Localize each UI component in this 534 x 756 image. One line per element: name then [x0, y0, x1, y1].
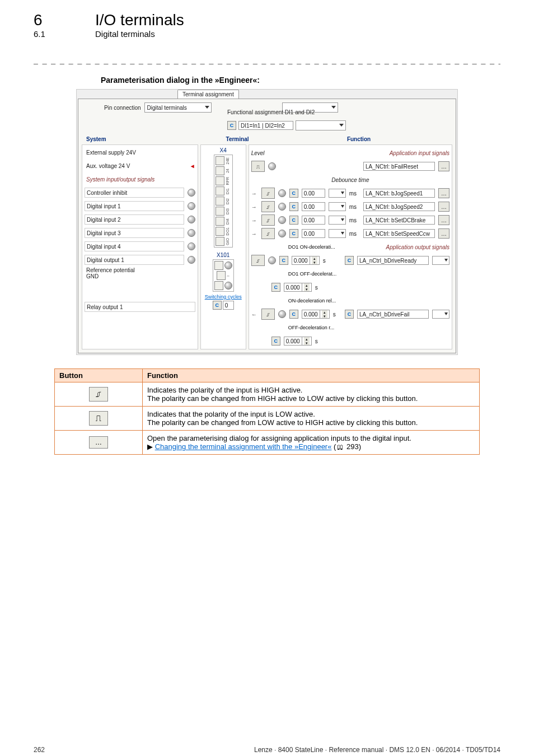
pin-label: 24E — [226, 157, 231, 164]
divider-dashes: _ _ _ _ _ _ _ _ _ _ _ _ _ _ _ _ _ _ _ _ … — [34, 55, 500, 64]
c-button[interactable]: C — [289, 189, 298, 198]
app-output-signals-title: Application output signals — [386, 244, 449, 250]
sys-di4[interactable]: Digital input 4 — [85, 241, 184, 251]
unit-dropdown[interactable] — [329, 229, 346, 238]
sys-ctrl-inhibit[interactable]: Controller inhibit — [85, 188, 184, 198]
c-button[interactable]: C — [271, 283, 280, 292]
pin-label: DI2 — [226, 198, 231, 204]
polarity-high-button[interactable]: ⎎ — [261, 188, 275, 199]
c-button[interactable]: C — [271, 337, 280, 346]
func-assign-dropdown[interactable] — [296, 120, 346, 130]
pin-connection-dropdown[interactable]: Digital terminals — [144, 102, 212, 113]
unit-dropdown[interactable] — [329, 202, 346, 211]
terminal-pin — [216, 227, 224, 236]
unit-s: s — [323, 258, 326, 264]
dots-button-icon: … — [89, 436, 108, 449]
assign-dialog-button[interactable]: … — [438, 215, 449, 225]
page-header: 6 I/O terminals 6.1 Digital terminals — [34, 11, 500, 39]
polarity-high-button[interactable]: ⎎ — [261, 309, 275, 320]
c-button[interactable]: C — [213, 301, 222, 310]
pin-label: 24 — [226, 169, 231, 173]
do1-on-spinner[interactable]: 0.000▲▼ — [292, 256, 320, 265]
unit-s: s — [315, 284, 318, 291]
unit-ms: ms — [349, 204, 357, 210]
on-decel-spinner[interactable]: 0.000▲▼ — [302, 310, 330, 319]
unit-dropdown[interactable] — [329, 189, 346, 198]
led-icon — [188, 189, 195, 197]
c-button[interactable]: C — [289, 202, 298, 211]
sys-di1[interactable]: Digital input 1 — [85, 201, 184, 211]
sys-aux-voltage: Aux. voltage 24 V — [85, 162, 186, 170]
header-function: Function — [265, 136, 452, 142]
pin-label: DI3 — [226, 208, 231, 214]
sys-do1[interactable]: Digital output 1 — [85, 255, 184, 265]
debounce-value[interactable]: 0.00 — [302, 216, 325, 225]
row3-link[interactable]: Changing the terminal assignment with th… — [155, 442, 332, 451]
x101-label: X101 — [217, 252, 229, 258]
unit-dropdown[interactable] — [329, 216, 346, 225]
do1-off-spinner[interactable]: 0.000▲▼ — [284, 283, 312, 292]
row1-line2: The polarity can be changed from HIGH ac… — [147, 394, 418, 403]
assign-dialog-button[interactable]: … — [438, 228, 449, 239]
terminal-pin — [216, 176, 224, 185]
page-number: 262 — [34, 746, 45, 754]
c-button[interactable]: C — [289, 216, 298, 225]
unit-ms: ms — [349, 217, 357, 223]
led-icon — [278, 189, 286, 197]
polarity-high-button[interactable]: ⎎ — [261, 201, 275, 212]
polarity-high-button[interactable]: ⎎ — [261, 228, 275, 239]
app-sig[interactable]: LA_NCtrl: bJogSpeed2 — [363, 202, 435, 211]
pin-label: DI4 — [226, 218, 231, 225]
sys-di3[interactable]: Digital input 3 — [85, 228, 184, 238]
switching-value[interactable]: 0 — [223, 301, 234, 310]
app-out-sig[interactable]: LA_nCtrl_bDriveReady — [357, 256, 429, 265]
terminal-pin — [216, 237, 224, 246]
chapter-number: 6 — [34, 11, 95, 29]
c-button[interactable]: C — [345, 256, 354, 265]
app-sig-failreset[interactable]: LA_NCtrl: bFailReset — [363, 162, 435, 171]
level-label: Level — [251, 150, 268, 156]
switching-cycles-link[interactable]: Switching cycles — [205, 294, 242, 300]
off-decel-spinner[interactable]: 0.000▲▼ — [284, 337, 312, 346]
polarity-high-button[interactable]: ⎎ — [251, 255, 265, 266]
c-button[interactable]: C — [227, 121, 236, 130]
polarity-high-icon: ⎎ — [89, 387, 108, 402]
c-button[interactable]: C — [279, 256, 288, 265]
sys-di2[interactable]: Digital input 2 — [85, 214, 184, 225]
out-sig-dropdown[interactable] — [432, 256, 449, 265]
pin-label: GIO — [226, 238, 231, 245]
header-terminal: Terminal — [209, 136, 265, 142]
polarity-low-button[interactable]: ⎍ — [251, 161, 265, 172]
sys-io-signals: System input/output signals — [85, 176, 195, 183]
row2-line2: The polarity can be changed from LOW act… — [147, 418, 418, 427]
pin-connection-label: Pin connection — [104, 105, 141, 111]
terminal-pin — [216, 197, 224, 206]
app-out-sig[interactable]: LA_nCtrl_bDriveFail — [357, 310, 429, 319]
assign-dialog-button[interactable]: … — [438, 161, 449, 171]
engineer-screenshot: Terminal assignment Pin connection Digit… — [76, 89, 458, 355]
terminal-pin — [216, 186, 224, 195]
tab-terminal-assignment[interactable]: Terminal assignment — [177, 90, 239, 99]
debounce-value[interactable]: 0.00 — [302, 229, 325, 238]
assign-dialog-button[interactable]: … — [438, 188, 449, 198]
debounce-value[interactable]: 0.00 — [302, 202, 325, 211]
out-sig-dropdown[interactable] — [432, 310, 449, 319]
debounce-value[interactable]: 0.00 — [302, 189, 325, 198]
c-button[interactable]: C — [289, 229, 298, 238]
func-assign-value[interactable]: DI1=In1 | DI2=In2 — [238, 121, 293, 130]
app-sig[interactable]: LA_NCtrl: bJogSpeed1 — [363, 189, 435, 198]
app-sig[interactable]: LA_NCtrl: bSetSpeedCcw — [363, 229, 435, 238]
row3-link-ref: ( 293) — [334, 442, 361, 451]
func-assign-label: Functional assignment DI1 and DI2 — [227, 109, 315, 115]
unit-s: s — [315, 338, 318, 344]
polarity-high-button[interactable]: ⎎ — [261, 214, 275, 226]
sys-relay[interactable]: Relay output 1 — [85, 302, 195, 312]
button-function-table: Button Function ⎎ Indicates the polarity… — [54, 368, 480, 455]
terminal-pin — [216, 166, 224, 175]
sys-ext-supply: External supply 24V — [85, 149, 195, 156]
assign-dialog-button[interactable]: … — [438, 202, 449, 212]
app-sig[interactable]: LA_NCtrl: bSetDCBrake — [363, 216, 435, 225]
c-button[interactable]: C — [289, 310, 298, 319]
do1-off-label: DO1 OFF-decelerat... — [288, 271, 337, 277]
c-button[interactable]: C — [345, 310, 354, 319]
